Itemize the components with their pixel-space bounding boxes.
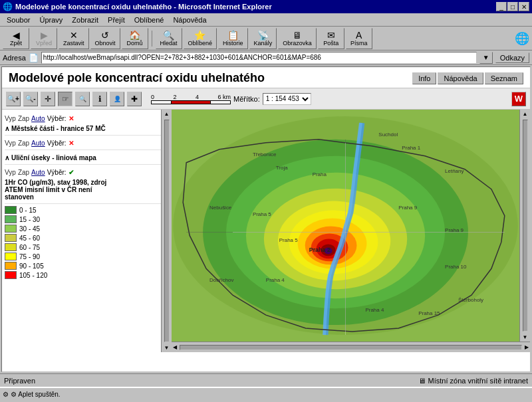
address-input[interactable] <box>41 52 477 64</box>
zoom-out-button[interactable]: 🔍- <box>23 92 38 106</box>
back-label: Zpět <box>10 40 22 47</box>
meritko-select[interactable]: 1 : 154 453 <box>263 93 311 105</box>
zoom-rect-button[interactable]: 🔍 <box>75 92 90 106</box>
map-toolbar: 🔍+ 🔍- ✛ ☞ 🔍 ℹ 👤 ✚ 0 2 <box>2 88 530 110</box>
fullscreen-button[interactable]: 🖥 Obrazovka <box>278 28 317 49</box>
map-area: Vyp Zap Auto Výběr: ✕ ∧ Městské části - … <box>2 110 530 352</box>
stop-icon: ✕ <box>70 31 78 40</box>
map-scroll-right[interactable]: ▶ <box>523 343 530 352</box>
back-button[interactable]: ◀ Zpět <box>3 28 29 49</box>
layer2-auto[interactable]: Auto <box>31 140 45 147</box>
map-scrollbar-horizontal[interactable]: ◀ ▶ <box>172 342 530 352</box>
info-button[interactable]: Info <box>412 72 436 84</box>
history-label: Historie <box>223 40 243 47</box>
add-button[interactable]: ✚ <box>127 92 142 106</box>
hand-button[interactable]: ☞ <box>58 92 72 106</box>
stop-button[interactable]: ✕ Zastavit <box>59 28 89 49</box>
header-buttons: Info Nápověda Seznam <box>412 72 523 84</box>
home-icon: 🏠 <box>129 31 140 40</box>
svg-text:Praha 5: Praha 5 <box>279 237 298 243</box>
menu-zobrazit[interactable]: Zobrazit <box>68 15 102 25</box>
map-scrollbar-vertical[interactable]: ▲ ▼ <box>519 110 530 342</box>
close-button[interactable]: ✕ <box>519 2 529 11</box>
map-svg: Suchdol Třebonice Nebušice Letňany Praha… <box>172 110 519 342</box>
svg-text:Letňany: Letňany <box>445 168 464 174</box>
font-button[interactable]: A Písma <box>346 28 372 49</box>
zoom-in-button[interactable]: 🔍+ <box>6 92 21 106</box>
svg-text:Dobříchov: Dobříchov <box>209 277 233 283</box>
layer3-line-icon: ∧ <box>5 154 9 161</box>
history-icon: 📋 <box>227 31 239 40</box>
legend-color-box <box>5 206 17 214</box>
info-tool-button[interactable]: ℹ <box>92 92 107 106</box>
map-scroll-down[interactable]: ▼ <box>521 333 529 342</box>
channels-button[interactable]: 📡 Kanály <box>249 28 277 49</box>
layer2-vybr: Výběr: <box>47 140 66 147</box>
layer4-auto[interactable]: Auto <box>31 169 45 176</box>
layer4-vyp[interactable]: Vyp <box>5 169 16 176</box>
map-canvas[interactable]: Suchdol Třebonice Nebušice Letňany Praha… <box>172 110 519 342</box>
map-scroll-up[interactable]: ▲ <box>521 110 529 118</box>
legend-color-row: 75 - 90 <box>5 252 168 261</box>
channels-label: Kanály <box>254 40 273 47</box>
title-bar-left: 🌐 Modelové pole koncentrací oxidu uhelna… <box>3 2 272 11</box>
scale-labels: 0 2 4 6 km <box>151 94 231 100</box>
menu-oblibene[interactable]: Oblíbené <box>130 15 168 25</box>
title-bar: 🌐 Modelové pole koncentrací oxidu uhelna… <box>0 0 532 13</box>
legend-color-row: 0 - 15 <box>5 205 168 215</box>
forward-button[interactable]: ▶ Vpřed <box>31 28 57 49</box>
svg-text:Nebušice: Nebušice <box>209 205 232 211</box>
menu-soubor[interactable]: Soubor <box>3 15 34 25</box>
seznam-button[interactable]: Seznam <box>485 72 523 84</box>
status-right-text: Místní zóna vnitřní sítě intranet <box>428 377 528 385</box>
legend-color-label: 0 - 15 <box>19 207 37 214</box>
pan-button[interactable]: ✛ <box>41 92 55 106</box>
channels-icon: 📡 <box>257 31 269 40</box>
ie-bottom-left: ⚙ ⚙ Aplet spuštěn. <box>3 391 61 398</box>
scale-0: 0 <box>151 94 154 100</box>
scale-2: 2 <box>173 94 176 100</box>
napoveda-button[interactable]: Nápověda <box>438 72 483 84</box>
main-content: Modelové pole koncentrací oxidu uhelnaté… <box>1 66 531 372</box>
status-bar: Připraven 🖥 Místní zóna vnitřní sítě int… <box>0 373 532 387</box>
links-button[interactable]: Odkazy <box>495 52 529 63</box>
layer2-vyp[interactable]: Vyp <box>5 140 16 147</box>
applet-status: ⚙ Aplet spuštěn. <box>11 391 61 398</box>
measure-icon: 👤 <box>114 96 121 102</box>
mail-button[interactable]: ✉ Pošta <box>318 28 344 49</box>
scroll-down-arrow[interactable]: ▼ <box>163 344 171 352</box>
menu-upravy[interactable]: Úpravy <box>35 15 66 25</box>
legend-color-box <box>5 271 17 279</box>
measure-button[interactable]: 👤 <box>110 92 124 106</box>
layer1-zap[interactable]: Zap <box>18 115 29 122</box>
scale-6km: 6 km <box>217 94 231 100</box>
svg-text:Štěrboholy: Štěrboholy <box>458 297 483 303</box>
svg-text:Praha 4: Praha 4 <box>365 307 384 313</box>
search-button[interactable]: 🔍 Hledat <box>156 28 182 49</box>
ihr-desc1: 1Hr CO (μg/m3), stav 1998, zdroj <box>5 179 106 186</box>
map-scroll-left[interactable]: ◀ <box>172 343 178 352</box>
legend-scrollbar[interactable]: ▲ ▼ <box>161 110 172 352</box>
layer4-zap[interactable]: Zap <box>18 169 29 176</box>
legend-color-box <box>5 262 17 270</box>
home-button[interactable]: 🏠 Domů <box>122 28 148 49</box>
minimize-button[interactable]: _ <box>496 2 507 11</box>
scale-seg-2 <box>172 101 211 104</box>
w-button[interactable]: W <box>511 92 526 106</box>
refresh-button[interactable]: ↺ Obnovit <box>90 28 120 49</box>
layer2-zap[interactable]: Zap <box>18 140 29 147</box>
scroll-up-arrow[interactable]: ▲ <box>163 110 171 118</box>
maximize-button[interactable]: □ <box>507 2 518 11</box>
history-button[interactable]: 📋 Historie <box>218 28 248 49</box>
legend-panel-wrapper: Vyp Zap Auto Výběr: ✕ ∧ Městské části - … <box>2 110 172 352</box>
fullscreen-label: Obrazovka <box>283 40 312 47</box>
svg-text:Suchdol: Suchdol <box>378 132 398 138</box>
menu-prejit[interactable]: Přejít <box>104 15 129 25</box>
menu-napoveda[interactable]: Nápověda <box>169 15 210 25</box>
layer1-vyp[interactable]: Vyp <box>5 115 16 122</box>
layer1-auto[interactable]: Auto <box>31 115 45 122</box>
favorites-button[interactable]: ⭐ Oblíbené <box>184 28 217 49</box>
pan-icon: ✛ <box>45 94 51 104</box>
address-go-button[interactable]: ▼ <box>479 52 493 64</box>
menu-bar: Soubor Úpravy Zobrazit Přejít Oblíbené N… <box>0 13 532 27</box>
